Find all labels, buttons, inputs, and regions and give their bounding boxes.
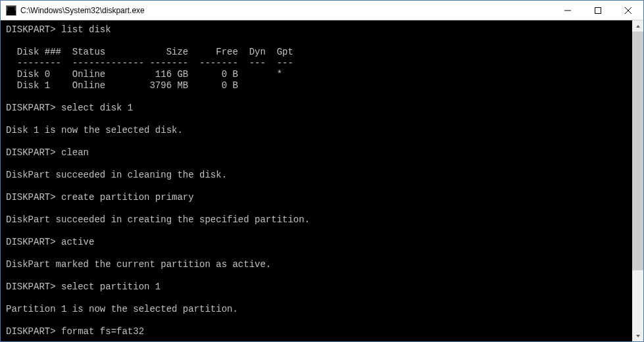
minimize-button[interactable] (553, 1, 583, 20)
svg-marker-5 (636, 335, 640, 337)
titlebar[interactable]: C:\Windows\System32\diskpart.exe (1, 1, 643, 20)
scroll-up-button[interactable] (632, 20, 643, 32)
scroll-down-button[interactable] (632, 330, 643, 341)
svg-marker-4 (636, 25, 640, 28)
app-icon (6, 5, 16, 16)
svg-rect-1 (595, 7, 601, 13)
window-frame: C:\Windows\System32\diskpart.exe DISKPAR… (0, 0, 644, 342)
scroll-track[interactable] (632, 32, 643, 330)
window-title: C:\Windows\System32\diskpart.exe (20, 6, 553, 15)
console-output[interactable]: DISKPART> list disk Disk ### Status Size… (1, 20, 632, 341)
scrollbar[interactable] (632, 20, 643, 341)
close-button[interactable] (613, 1, 643, 20)
scroll-thumb[interactable] (632, 32, 643, 270)
maximize-button[interactable] (583, 1, 613, 20)
console-area: DISKPART> list disk Disk ### Status Size… (1, 20, 643, 341)
window-controls (553, 1, 643, 20)
